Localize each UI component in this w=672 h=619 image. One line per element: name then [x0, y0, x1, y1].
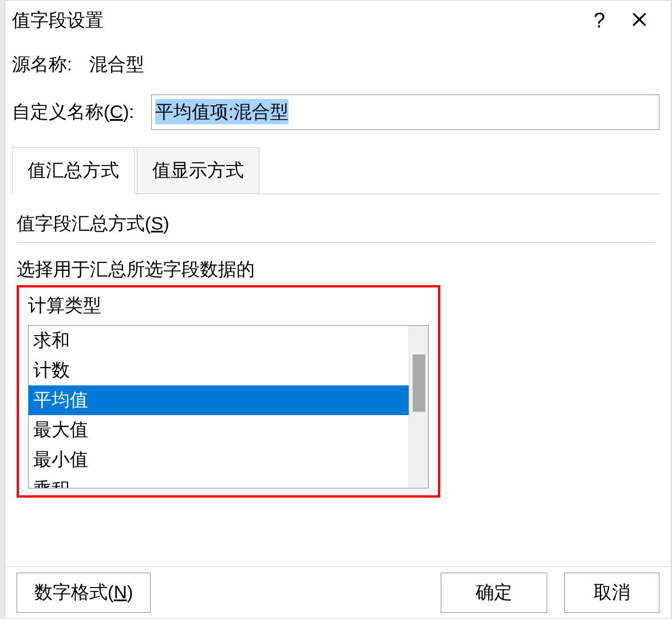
custom-name-label: 自定义名称(C):: [12, 100, 134, 125]
tab-summary-method[interactable]: 值汇总方式: [12, 147, 135, 194]
scrollbar-thumb[interactable]: [413, 354, 425, 412]
close-icon: [630, 10, 649, 29]
ok-button[interactable]: 确定: [441, 573, 547, 613]
list-item[interactable]: 最小值: [29, 445, 409, 475]
custom-name-value: 平均值项:混合型: [155, 99, 288, 124]
help-button[interactable]: ?: [579, 9, 619, 33]
dialog-title: 值字段设置: [12, 8, 579, 33]
list-item[interactable]: 计数: [29, 356, 409, 385]
listbox-items: 求和计数平均值最大值最小值乘积: [29, 326, 409, 488]
tabs: 值汇总方式 值显示方式: [12, 147, 659, 194]
highlight-box: 计算类型 求和计数平均值最大值最小值乘积: [17, 285, 440, 498]
calculation-type-listbox[interactable]: 求和计数平均值最大值最小值乘积: [28, 325, 429, 488]
list-item[interactable]: 乘积: [29, 475, 409, 488]
list-item[interactable]: 求和: [29, 326, 409, 356]
list-item[interactable]: 最大值: [29, 415, 409, 445]
divider: [17, 242, 655, 243]
dialog-content: 源名称: 混合型 自定义名称(C): 平均值项:混合型 值汇总方式 值显示方式 …: [5, 46, 671, 498]
summary-description: 选择用于汇总所选字段数据的: [17, 257, 655, 282]
custom-name-input[interactable]: 平均值项:混合型: [151, 94, 659, 130]
summary-method-label: 值字段汇总方式(S): [17, 211, 655, 236]
scrollbar[interactable]: [409, 326, 428, 488]
source-name-value: 混合型: [89, 52, 144, 77]
tab-display-method[interactable]: 值显示方式: [137, 147, 259, 194]
source-name-row: 源名称: 混合型: [12, 52, 659, 77]
tab-content-summary: 值字段汇总方式(S) 选择用于汇总所选字段数据的 计算类型 求和计数平均值最大值…: [12, 194, 659, 498]
dialog-footer: 数字格式(N) 确定 取消: [5, 566, 671, 618]
list-item[interactable]: 平均值: [29, 385, 409, 415]
titlebar: 值字段设置 ?: [5, 1, 671, 46]
calculation-type-label: 计算类型: [28, 293, 429, 318]
custom-name-row: 自定义名称(C): 平均值项:混合型: [12, 94, 659, 130]
cancel-button[interactable]: 取消: [564, 573, 659, 613]
close-button[interactable]: [619, 10, 659, 31]
source-name-label: 源名称:: [12, 52, 72, 77]
value-field-settings-dialog: 值字段设置 ? 源名称: 混合型 自定义名称(C): 平均值项:混合型 值汇总方…: [5, 0, 671, 619]
number-format-button[interactable]: 数字格式(N): [17, 573, 151, 613]
